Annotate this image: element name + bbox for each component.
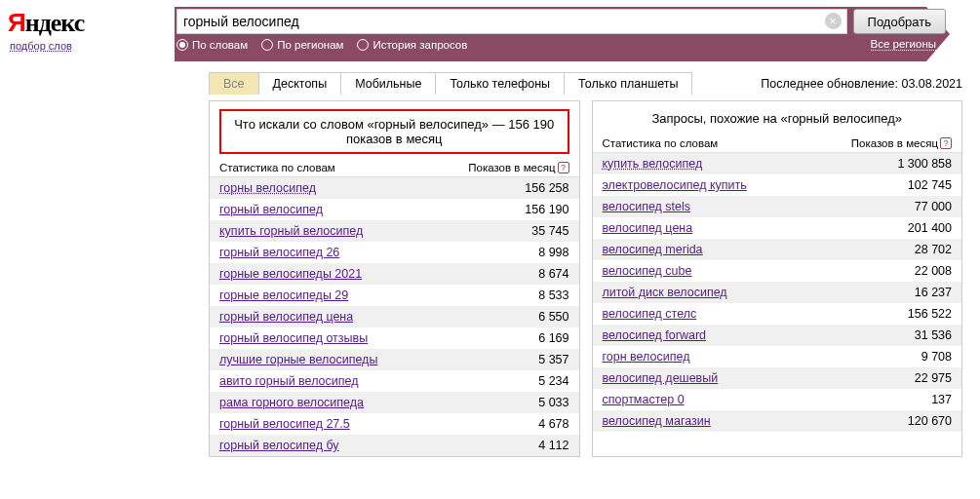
help-icon[interactable]: ?: [558, 162, 569, 173]
keyword-link[interactable]: спортмастер 0: [603, 393, 875, 406]
submit-button[interactable]: Подобрать: [853, 9, 946, 34]
table-row: велосипед stels77 000: [593, 196, 962, 217]
keyword-link[interactable]: велосипед cube: [603, 264, 875, 278]
table-row: горный велосипед156 190: [210, 199, 579, 220]
impressions-count: 22 975: [874, 371, 952, 385]
table-row: спортмастер 0137: [593, 389, 962, 410]
keyword-link[interactable]: велосипед цена: [603, 221, 875, 235]
keyword-link[interactable]: горные велосипеды 2021: [219, 267, 491, 281]
tab-0[interactable]: Все: [209, 72, 259, 95]
tabs-row: ВсеДесктопыМобильныеТолько телефоныТольк…: [0, 72, 980, 95]
keyword-link[interactable]: купить горный велосипед: [219, 224, 491, 238]
col-head-count: Показов в месяц: [468, 162, 555, 173]
impressions-count: 16 237: [874, 286, 952, 299]
keyword-link[interactable]: горный велосипед 27.5: [219, 417, 491, 431]
table-row: горные велосипеды 20218 674: [210, 263, 579, 285]
table-row: горный велосипед бу4 112: [210, 435, 579, 456]
keyword-link[interactable]: горный велосипед отзывы: [219, 331, 491, 345]
impressions-count: 77 000: [874, 200, 952, 213]
table-row: электровелосипед купить102 745: [593, 174, 962, 196]
radio-dot-icon: [261, 39, 273, 51]
top-bar: Яндекс подбор слов × Подобрать По словам…: [0, 0, 980, 57]
impressions-count: 8 998: [491, 246, 569, 259]
keyword-link[interactable]: велосипед магазин: [603, 414, 875, 428]
table-row: велосипед стелс156 522: [593, 303, 962, 325]
tab-2[interactable]: Мобильные: [340, 72, 436, 95]
radio-2[interactable]: История запросов: [357, 39, 467, 51]
impressions-count: 1 300 858: [874, 157, 952, 171]
tab-4[interactable]: Только планшеты: [564, 72, 692, 95]
regions-link[interactable]: Все регионы: [871, 38, 936, 51]
table-row: велосипед cube22 008: [593, 260, 962, 282]
keyword-link[interactable]: горные велосипеды 29: [219, 288, 491, 302]
radio-1[interactable]: По регионам: [261, 39, 343, 51]
table-row: велосипед цена201 400: [593, 217, 962, 239]
radio-0[interactable]: По словам: [176, 39, 248, 51]
col-head-term: Статистика по словам: [603, 137, 851, 149]
last-updated: Последнее обновление: 03.08.2021: [761, 77, 962, 95]
keyword-link[interactable]: горны велосипед: [219, 181, 491, 195]
keyword-link[interactable]: литой диск велосипед: [603, 286, 875, 299]
search-box: ×: [176, 9, 847, 34]
impressions-count: 6 550: [491, 310, 569, 324]
clear-icon[interactable]: ×: [825, 13, 842, 29]
table-row: купить горный велосипед35 745: [210, 220, 579, 242]
table-row: литой диск велосипед16 237: [593, 282, 962, 303]
keyword-link[interactable]: электровелосипед купить: [603, 178, 875, 192]
keyword-link[interactable]: горный велосипед 26: [219, 246, 491, 259]
keyword-link[interactable]: рама горного велосипеда: [219, 396, 491, 409]
table-row: купить велосипед1 300 858: [593, 153, 962, 174]
impressions-count: 156 258: [491, 181, 569, 195]
radio-label: По словам: [192, 39, 248, 51]
table-row: горный велосипед отзывы6 169: [210, 327, 579, 349]
yandex-logo[interactable]: Яндекс: [8, 8, 84, 38]
panel-left: Что искали со словом «горный велосипед» …: [209, 100, 580, 457]
impressions-count: 5 234: [491, 374, 569, 388]
panel-right: Запросы, похожие на «горный велосипед» С…: [592, 100, 963, 457]
radio-label: По регионам: [277, 39, 343, 51]
tab-1[interactable]: Десктопы: [258, 72, 342, 95]
radio-dot-icon: [176, 39, 188, 51]
tab-3[interactable]: Только телефоны: [435, 72, 565, 95]
table-row: велосипед дешевый22 975: [593, 367, 962, 389]
table-row: рама горного велосипеда5 033: [210, 392, 579, 413]
keyword-link[interactable]: горный велосипед цена: [219, 310, 491, 324]
keyword-link[interactable]: велосипед стелс: [603, 307, 875, 321]
impressions-count: 4 678: [491, 417, 569, 431]
keyword-link[interactable]: велосипед forward: [603, 328, 875, 342]
keyword-link[interactable]: велосипед merida: [603, 243, 875, 256]
keyword-link[interactable]: велосипед дешевый: [603, 371, 875, 385]
col-head-count: Показов в месяц: [851, 137, 938, 149]
impressions-count: 201 400: [874, 221, 952, 235]
impressions-count: 120 670: [874, 414, 952, 428]
impressions-count: 22 008: [874, 264, 952, 278]
keyword-link[interactable]: горный велосипед: [219, 203, 491, 216]
impressions-count: 4 112: [491, 439, 569, 452]
table-row: авито горный велосипед5 234: [210, 370, 579, 392]
keyword-link[interactable]: лучшие горные велосипеды: [219, 353, 491, 366]
keyword-link[interactable]: купить велосипед: [603, 157, 875, 171]
table-row: лучшие горные велосипеды5 357: [210, 349, 579, 370]
impressions-count: 156 190: [491, 203, 569, 216]
wordstat-tagline[interactable]: подбор слов: [10, 40, 72, 52]
table-row: горн велосипед9 708: [593, 346, 962, 367]
impressions-count: 35 745: [491, 224, 569, 238]
table-row: горный велосипед 27.54 678: [210, 413, 579, 435]
right-title: Запросы, похожие на «горный велосипед»: [593, 101, 962, 134]
impressions-count: 5 357: [491, 353, 569, 366]
impressions-count: 31 536: [874, 328, 952, 342]
impressions-count: 28 702: [874, 243, 952, 256]
table-row: горный велосипед 268 998: [210, 242, 579, 263]
impressions-count: 6 169: [491, 331, 569, 345]
left-table-header: Статистика по словам Показов в месяц ?: [210, 158, 579, 177]
impressions-count: 156 522: [874, 307, 952, 321]
keyword-link[interactable]: горный велосипед бу: [219, 439, 491, 452]
keyword-link[interactable]: горн велосипед: [603, 350, 875, 364]
search-input[interactable]: [176, 9, 847, 34]
table-row: велосипед forward31 536: [593, 325, 962, 346]
table-row: горный велосипед цена6 550: [210, 306, 579, 327]
keyword-link[interactable]: авито горный велосипед: [219, 374, 491, 388]
help-icon[interactable]: ?: [940, 137, 952, 149]
keyword-link[interactable]: велосипед stels: [603, 200, 875, 213]
impressions-count: 8 674: [491, 267, 569, 281]
